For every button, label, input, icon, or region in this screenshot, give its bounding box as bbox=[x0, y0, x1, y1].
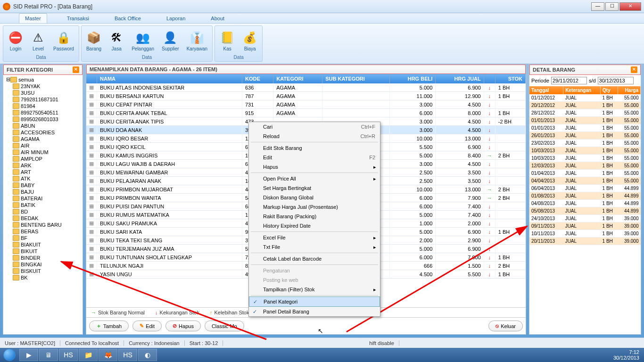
ctx-reload[interactable]: ReloadCtrl+R bbox=[249, 132, 380, 141]
keluar-button[interactable]: ⦸Keluar bbox=[488, 321, 523, 331]
minimize-button[interactable]: — bbox=[591, 2, 604, 11]
detail-row[interactable]: 01/04/2013JUAL1 BH55.000 bbox=[529, 170, 641, 177]
detail-row[interactable]: 10/11/2013JUAL1 BH39.000 bbox=[529, 230, 641, 238]
hapus-button[interactable]: ⊘Hapus bbox=[165, 321, 201, 331]
tree-node[interactable]: BEDAK bbox=[4, 215, 82, 222]
taskbar[interactable]: ▶ 🖥 HS 📁 🦊 HS ◐ 7:12 30/12/2013 bbox=[0, 348, 644, 362]
detail-row[interactable]: 01/08/2013JUAL1 BH44.899 bbox=[529, 192, 641, 200]
edit-button[interactable]: ✎Edit bbox=[132, 321, 162, 331]
close-button[interactable]: ✕ bbox=[619, 2, 641, 11]
tree-node[interactable]: BINDER bbox=[4, 255, 82, 261]
tree-node[interactable]: BK bbox=[4, 274, 82, 281]
tree-node[interactable]: AIR MINUM bbox=[4, 149, 82, 156]
ribbon-jasa-button[interactable]: 🛠Jasa bbox=[105, 27, 128, 54]
tree-node[interactable]: 3USU bbox=[4, 90, 82, 96]
filter-close-icon[interactable]: ✕ bbox=[73, 66, 79, 73]
ctx-history-expired-date[interactable]: History Expired Date bbox=[249, 221, 380, 230]
detail-row[interactable]: 23/02/2013JUAL1 BH55.000 bbox=[529, 140, 641, 147]
taskbar-app-4[interactable]: 📁 bbox=[79, 349, 98, 361]
ribbon-kas-button[interactable]: 📒Kas bbox=[216, 27, 239, 54]
detail-row[interactable]: 01/12/2012JUAL1 BH55.000 bbox=[529, 94, 641, 102]
tree-node[interactable]: BD bbox=[4, 208, 82, 215]
menu-tab-laporan[interactable]: Laporan bbox=[161, 14, 191, 23]
detail-row[interactable]: 12/03/2013JUAL1 BH55.000 bbox=[529, 162, 641, 170]
periode-from-input[interactable] bbox=[551, 77, 587, 84]
tree-node[interactable]: AIR bbox=[4, 142, 82, 149]
ribbon-pelanggan-button[interactable]: 👥Pelanggan bbox=[128, 27, 158, 54]
detail-row[interactable]: 20/11/2013JUAL1 BH39.000 bbox=[529, 238, 641, 245]
detail-row[interactable]: 28/12/2012JUAL1 BH55.000 bbox=[529, 109, 641, 117]
tree-node[interactable]: BIAKUIT bbox=[4, 241, 82, 248]
menu-tab-transaksi[interactable]: Transaksi bbox=[61, 14, 95, 23]
taskbar-app-3[interactable]: HS bbox=[59, 349, 78, 361]
detail-row[interactable]: 24/10/2013JUAL1 BH39.000 bbox=[529, 215, 641, 222]
tree-node[interactable]: 81984 bbox=[4, 103, 82, 109]
table-row[interactable]: ▦BUKU CERITA ANAK TEBAL915AGAMA6.0008.00… bbox=[86, 109, 526, 117]
detail-grid[interactable]: TanggalKeteranganQtyHarga01/12/2012JUAL1… bbox=[529, 86, 641, 245]
ribbon-login-button[interactable]: ⛔Login bbox=[4, 27, 27, 54]
menu-tab-about[interactable]: About bbox=[205, 14, 230, 23]
detail-row[interactable]: 04/04/2013JUAL1 BH55.000 bbox=[529, 177, 641, 185]
classic-mode-button[interactable]: Classic Mo bbox=[205, 321, 244, 331]
tree-node[interactable]: BENTENG BARU bbox=[4, 222, 82, 228]
table-row[interactable]: ▦BUKU ATLAS INDONESIA SEKITAR636AGAMA5.0… bbox=[86, 83, 526, 92]
ctx-edit[interactable]: EditF2 bbox=[249, 153, 380, 162]
ctx-panel-detail-barang[interactable]: Panel Detail Barang bbox=[249, 307, 380, 316]
ribbon-level-button[interactable]: ⚠Level bbox=[27, 27, 50, 54]
category-tree[interactable]: ⊟ semua23NYAK3USU79928116871018198489927… bbox=[3, 75, 83, 334]
tree-node[interactable]: 23NYAK bbox=[4, 83, 82, 90]
start-button[interactable] bbox=[0, 348, 19, 362]
ribbon-supplier-button[interactable]: 👤Supplier bbox=[158, 27, 183, 54]
tree-node[interactable]: BATERAI bbox=[4, 195, 82, 202]
maximize-button[interactable]: ☐ bbox=[605, 2, 619, 11]
ribbon-biaya-button[interactable]: 💰Biaya bbox=[239, 27, 261, 54]
detail-row[interactable]: 06/04/2013JUAL1 BH44.899 bbox=[529, 185, 641, 192]
ctx-open-price-all[interactable]: Open Price All bbox=[249, 174, 380, 183]
ctx-txt-file[interactable]: Txt File bbox=[249, 242, 380, 252]
ctx-hapus[interactable]: Hapus bbox=[249, 162, 380, 172]
menu-tab-back office[interactable]: Back Office bbox=[109, 14, 147, 23]
tree-node[interactable]: ACCESORIES bbox=[4, 129, 82, 136]
system-tray[interactable]: 7:12 30/12/2013 bbox=[609, 349, 644, 361]
detail-row[interactable]: 10/03/2013JUAL1 BH55.000 bbox=[529, 155, 641, 162]
tree-node[interactable]: ATK bbox=[4, 175, 82, 182]
periode-to-input[interactable] bbox=[598, 77, 634, 84]
detail-close-icon[interactable]: ✕ bbox=[631, 66, 637, 73]
tree-node[interactable]: BABY bbox=[4, 182, 82, 189]
context-menu[interactable]: CariCtrl+FReloadCtrl+REdit Stok BarangEd… bbox=[248, 122, 380, 317]
taskbar-app-1[interactable]: ▶ bbox=[19, 349, 38, 361]
tree-node[interactable]: BF bbox=[4, 235, 82, 241]
detail-row[interactable]: 09/11/2013JUAL1 BH39.000 bbox=[529, 222, 641, 230]
tree-node[interactable]: AGAMA bbox=[4, 136, 82, 142]
table-row[interactable]: ▦BUKU CEPAT PINTAR731AGAMA3.0004.500↓ bbox=[86, 100, 526, 109]
ctx-rakit-barang-packing-[interactable]: Rakit Barang (Packing) bbox=[249, 212, 380, 221]
tree-node[interactable]: 8995026801033 bbox=[4, 116, 82, 123]
tree-node[interactable]: BATIK bbox=[4, 202, 82, 208]
menu-tab-master[interactable]: Master bbox=[19, 13, 47, 23]
detail-grid-container[interactable]: TanggalKeteranganQtyHarga01/12/2012JUAL1… bbox=[529, 86, 641, 334]
tree-node[interactable]: BISKUIT bbox=[4, 268, 82, 274]
tree-node[interactable]: BERAS bbox=[4, 228, 82, 235]
tree-node[interactable]: 7992811687101 bbox=[4, 96, 82, 103]
tree-node[interactable]: 8992750540511 bbox=[4, 109, 82, 116]
tree-node[interactable]: AMPLOP bbox=[4, 156, 82, 162]
tree-node[interactable]: BIKUIT bbox=[4, 248, 82, 255]
tree-node[interactable]: ABUN bbox=[4, 123, 82, 129]
detail-row[interactable]: 20/12/2012JUAL1 BH55.000 bbox=[529, 102, 641, 109]
detail-row[interactable]: 10/03/2013JUAL1 BH55.000 bbox=[529, 147, 641, 155]
detail-row[interactable]: 01/01/2013JUAL1 BH55.000 bbox=[529, 117, 641, 124]
ribbon-barang-button[interactable]: 📦Barang bbox=[83, 27, 105, 54]
ctx-panel-kategori[interactable]: Panel Kategori bbox=[249, 296, 380, 307]
ctx-diskon-barang-global[interactable]: Diskon Barang Global bbox=[249, 193, 380, 202]
ctx-excel-file[interactable]: Excel File bbox=[249, 233, 380, 242]
ribbon-password-button[interactable]: 🔒Password bbox=[50, 27, 78, 54]
ctx-cari[interactable]: CariCtrl+F bbox=[249, 122, 380, 132]
tambah-button[interactable]: ＋Tambah bbox=[89, 321, 129, 331]
taskbar-app-7[interactable]: ◐ bbox=[138, 349, 157, 361]
tree-node[interactable]: BINGKAI bbox=[4, 261, 82, 268]
detail-row[interactable]: 04/08/2013JUAL1 BH44.899 bbox=[529, 200, 641, 207]
ctx-cetak-label-dan-barcode[interactable]: Cetak Label dan Barcode bbox=[249, 254, 380, 263]
tree-root[interactable]: ⊟ semua bbox=[4, 76, 82, 83]
tree-node[interactable]: ART bbox=[4, 169, 82, 175]
detail-row[interactable]: 01/01/2013JUAL1 BH55.000 bbox=[529, 124, 641, 132]
